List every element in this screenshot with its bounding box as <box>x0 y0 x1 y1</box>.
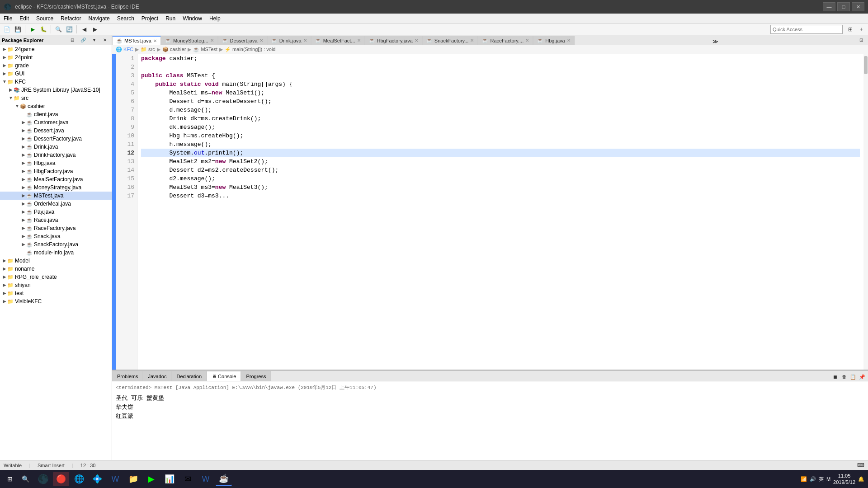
tab-dessert[interactable]: ☕ Dessert.java ✕ <box>218 36 267 45</box>
tab-snackfactory[interactable]: ☕ SnackFactory... ✕ <box>422 36 478 45</box>
tree-item-Dessert_java[interactable]: ▶☕Dessert.java <box>0 127 112 135</box>
tab-racefactory[interactable]: ☕ RaceFactory.... ✕ <box>478 36 533 45</box>
tab-javadoc[interactable]: Javadoc <box>143 371 171 381</box>
maximize-editor[interactable]: ⊡ <box>856 35 866 45</box>
tree-item-VisibleKFC[interactable]: ▶📁VisibleKFC <box>0 297 112 305</box>
tab-overflow[interactable]: ≫ <box>711 38 720 45</box>
vertical-scrollbar[interactable] <box>863 54 868 370</box>
tree-toggle[interactable]: ▶ <box>2 273 7 281</box>
tab-mealsetfact-close[interactable]: ✕ <box>357 38 361 43</box>
maximize-button[interactable]: □ <box>837 2 850 11</box>
tab-progress[interactable]: Progress <box>241 371 271 381</box>
tree-toggle[interactable]: ▼ <box>8 94 14 102</box>
run-button[interactable]: ▶ <box>28 24 38 34</box>
tab-mealsetfact[interactable]: ☕ MealSetFact... ✕ <box>311 36 365 45</box>
tree-toggle[interactable]: ▶ <box>2 70 7 78</box>
tree-item-src[interactable]: ▼📁src <box>0 94 112 102</box>
taskbar-browser[interactable]: 🌐 <box>71 472 87 486</box>
tab-drink-close[interactable]: ✕ <box>303 38 307 43</box>
tab-hbg-close[interactable]: ✕ <box>567 38 571 43</box>
tree-item-JRE_System_Library__JavaSE_10_[interactable]: ▶📚JRE System Library [JavaSE-10] <box>0 86 112 94</box>
tree-toggle[interactable]: ▶ <box>2 265 7 273</box>
console-copy[interactable]: 📋 <box>849 373 857 381</box>
quick-access-input[interactable] <box>770 25 843 34</box>
close-button[interactable]: ✕ <box>852 2 864 11</box>
tab-hbg[interactable]: ☕ Hbg.java ✕ <box>533 36 574 45</box>
back-button[interactable]: ◀ <box>79 24 89 34</box>
open-perspective[interactable]: + <box>856 24 866 34</box>
tree-toggle[interactable]: ▼ <box>14 102 20 110</box>
tree-item-shiyan[interactable]: ▶📁shiyan <box>0 281 112 289</box>
menu-file[interactable]: File <box>0 14 16 23</box>
code-content[interactable]: package cashier; public class MSTest { p… <box>137 54 863 370</box>
new-button[interactable]: 📄 <box>2 24 12 34</box>
tab-mstest[interactable]: ☕ MSTest.java ✕ <box>112 36 161 45</box>
search-taskbar[interactable]: 🔍 <box>18 472 33 486</box>
menu-edit[interactable]: Edit <box>16 14 33 23</box>
code-editor[interactable]: 1234567891011121314151617 package cashie… <box>112 54 868 370</box>
menu-help[interactable]: Help <box>206 14 224 23</box>
menu-run[interactable]: Run <box>162 14 179 23</box>
taskbar-excel[interactable]: 📊 <box>161 472 178 486</box>
tree-toggle[interactable]: ▶ <box>21 127 26 135</box>
tree-toggle[interactable]: ▶ <box>8 86 14 94</box>
tree-toggle[interactable]: ▶ <box>21 151 26 159</box>
menu-search[interactable]: Search <box>113 14 138 23</box>
taskbar-word2[interactable]: W <box>198 472 214 486</box>
tree-item-Drink_java[interactable]: ▶☕Drink.java <box>0 143 112 151</box>
tree-toggle[interactable]: ▶ <box>2 281 7 289</box>
debug-button[interactable]: 🐛 <box>38 24 48 34</box>
tree-item-HbgFactory_java[interactable]: ▶☕HbgFactory.java <box>0 167 112 175</box>
taskbar-vscode[interactable]: 💠 <box>89 472 105 486</box>
tree-item-SnackFactory_java[interactable]: ▶☕SnackFactory.java <box>0 240 112 249</box>
save-button[interactable]: 💾 <box>13 24 23 34</box>
taskbar-files[interactable]: 📁 <box>125 472 142 486</box>
pe-menu[interactable]: ▾ <box>89 35 99 45</box>
tree-item-DrinkFactory_java[interactable]: ▶☕DrinkFactory.java <box>0 151 112 159</box>
tree-toggle[interactable]: ▶ <box>2 53 7 61</box>
tree-item-24game[interactable]: ▶📁24game <box>0 45 112 53</box>
tree-toggle[interactable]: ▶ <box>21 159 26 167</box>
menu-window[interactable]: Window <box>179 14 206 23</box>
tab-hbgfactory-close[interactable]: ✕ <box>415 38 418 43</box>
tab-drink[interactable]: ☕ Drink.java ✕ <box>267 36 311 45</box>
tree-toggle[interactable]: ▶ <box>21 224 26 232</box>
tree-item-KFC[interactable]: ▼📁KFC <box>0 78 112 86</box>
console-terminate[interactable]: ⏹ <box>831 373 839 381</box>
tree-toggle[interactable]: ▶ <box>21 183 26 192</box>
tab-problems[interactable]: Problems <box>112 371 143 381</box>
tree-item-OrderMeal_java[interactable]: ▶☕OrderMeal.java <box>0 200 112 208</box>
bc-cashier[interactable]: 📦 cashier <box>162 47 186 52</box>
tree-toggle[interactable]: ▶ <box>2 257 7 265</box>
tree-toggle[interactable]: ▶ <box>21 167 26 175</box>
pe-collapse-all[interactable]: ⊟ <box>67 35 77 45</box>
tab-snackfactory-close[interactable]: ✕ <box>470 38 474 43</box>
menu-project[interactable]: Project <box>138 14 162 23</box>
tree-item-GUI[interactable]: ▶📁GUI <box>0 70 112 78</box>
tree-item-MealSetFactory_java[interactable]: ▶☕MealSetFactory.java <box>0 175 112 183</box>
tree-item-Race_java[interactable]: ▶☕Race.java <box>0 216 112 224</box>
tab-console[interactable]: 🖥Console <box>207 371 241 381</box>
tree-toggle[interactable]: ▼ <box>2 78 7 86</box>
tab-moneystrateg[interactable]: ☕ MoneyStrateg... ✕ <box>161 36 218 45</box>
tab-declaration[interactable]: Declaration <box>171 371 207 381</box>
pe-close[interactable]: ✕ <box>100 35 110 45</box>
taskbar-mail[interactable]: ✉ <box>179 472 196 486</box>
tree-item-24point[interactable]: ▶📁24point <box>0 53 112 61</box>
start-button[interactable]: ⊞ <box>4 472 16 486</box>
tree-toggle[interactable]: ▶ <box>21 192 26 200</box>
tree-toggle[interactable]: ▶ <box>2 61 7 70</box>
search-button[interactable]: 🔍 <box>53 24 63 34</box>
tree-toggle[interactable]: ▶ <box>21 143 26 151</box>
tree-toggle[interactable]: ▶ <box>21 240 26 249</box>
taskbar-app-red[interactable]: 🔴 <box>53 472 69 486</box>
tree-item-Customer_java[interactable]: ▶☕Customer.java <box>0 118 112 127</box>
tab-mstest-close[interactable]: ✕ <box>153 38 157 43</box>
tree-toggle[interactable]: ▶ <box>21 135 26 143</box>
tree-toggle[interactable]: ▶ <box>2 45 7 53</box>
tree-item-Snack_java[interactable]: ▶☕Snack.java <box>0 232 112 240</box>
refresh-button[interactable]: 🔄 <box>64 24 74 34</box>
bc-kfc[interactable]: 🌐 KFC <box>116 47 133 52</box>
scrollbar-thumb[interactable] <box>864 56 868 74</box>
tree-item-module_info_java[interactable]: ☕module-info.java <box>0 249 112 257</box>
